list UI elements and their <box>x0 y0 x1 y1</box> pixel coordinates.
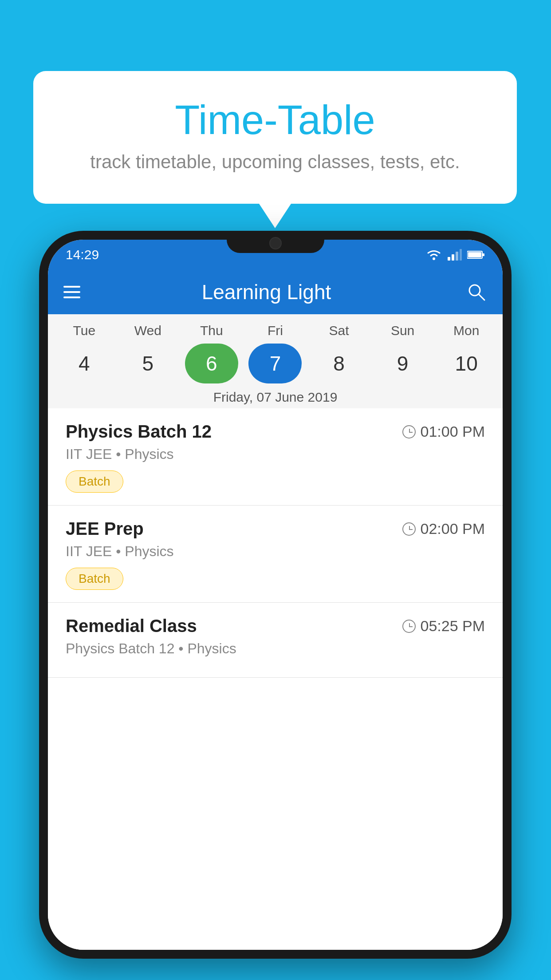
svg-point-0 <box>433 257 435 260</box>
schedule-list: Physics Batch 12 01:00 PM IIT JEE • Phys… <box>48 408 503 950</box>
day-label-fri: Fri <box>248 323 302 338</box>
schedule-item-1-time-text: 01:00 PM <box>420 423 485 440</box>
batch-badge-1: Batch <box>66 470 123 493</box>
schedule-item-3[interactable]: Remedial Class 05:25 PM Physics Batch 12… <box>48 603 503 678</box>
day-numbers: 4 5 6 7 8 9 10 <box>48 344 503 383</box>
day-label-tue: Tue <box>58 323 111 338</box>
front-camera <box>269 237 282 249</box>
app-title: Learning Light <box>80 280 453 304</box>
day-label-wed: Wed <box>121 323 174 338</box>
day-10[interactable]: 10 <box>440 344 493 383</box>
day-label-sun: Sun <box>376 323 429 338</box>
day-7-selected[interactable]: 7 <box>248 344 302 383</box>
schedule-item-3-subtitle: Physics Batch 12 • Physics <box>66 640 485 657</box>
schedule-item-3-title: Remedial Class <box>66 616 197 636</box>
wifi-icon <box>425 249 442 261</box>
schedule-item-1-title: Physics Batch 12 <box>66 422 212 442</box>
schedule-item-2[interactable]: JEE Prep 02:00 PM IIT JEE • Physics Batc… <box>48 506 503 603</box>
phone-screen: 14:29 <box>48 240 503 950</box>
schedule-item-1-subtitle: IIT JEE • Physics <box>66 446 485 462</box>
day-4[interactable]: 4 <box>58 344 111 383</box>
hamburger-line-2 <box>63 291 80 293</box>
menu-button[interactable] <box>63 286 80 298</box>
batch-badge-2: Batch <box>66 568 123 590</box>
day-labels: Tue Wed Thu Fri Sat Sun Mon <box>48 323 503 338</box>
status-time: 14:29 <box>66 247 99 262</box>
svg-rect-1 <box>448 257 450 261</box>
schedule-item-2-title: JEE Prep <box>66 519 144 539</box>
schedule-item-1-header: Physics Batch 12 01:00 PM <box>66 422 485 442</box>
schedule-item-2-header: JEE Prep 02:00 PM <box>66 519 485 539</box>
calendar-strip: Tue Wed Thu Fri Sat Sun Mon 4 5 6 7 8 9 … <box>48 314 503 416</box>
speech-bubble: Time-Table track timetable, upcoming cla… <box>33 71 517 204</box>
clock-icon-3 <box>402 620 416 633</box>
day-label-sat: Sat <box>312 323 366 338</box>
day-9[interactable]: 9 <box>376 344 429 383</box>
svg-rect-6 <box>482 253 484 256</box>
app-bar: Learning Light <box>48 270 503 314</box>
day-label-mon: Mon <box>440 323 493 338</box>
hamburger-line-1 <box>63 286 80 288</box>
schedule-item-2-time-text: 02:00 PM <box>420 520 485 537</box>
day-5[interactable]: 5 <box>121 344 174 383</box>
day-6-today[interactable]: 6 <box>185 344 238 383</box>
schedule-item-3-header: Remedial Class 05:25 PM <box>66 616 485 636</box>
signal-icon <box>448 249 462 261</box>
svg-rect-3 <box>456 252 458 261</box>
schedule-item-2-time: 02:00 PM <box>402 520 485 537</box>
bubble-title: Time-Table <box>51 98 499 142</box>
svg-line-9 <box>479 294 484 300</box>
schedule-item-3-time-text: 05:25 PM <box>420 617 485 635</box>
hamburger-line-3 <box>63 296 80 298</box>
clock-icon-2 <box>402 522 416 536</box>
status-icons <box>425 249 485 261</box>
search-button[interactable] <box>466 281 487 303</box>
battery-icon <box>467 250 485 260</box>
search-icon <box>466 281 487 303</box>
clock-icon-1 <box>402 425 416 439</box>
phone-mockup: 14:29 <box>39 231 512 959</box>
svg-rect-2 <box>452 254 454 261</box>
schedule-item-3-time: 05:25 PM <box>402 617 485 635</box>
schedule-item-2-subtitle: IIT JEE • Physics <box>66 543 485 560</box>
phone-notch <box>227 231 324 253</box>
svg-rect-4 <box>460 249 462 261</box>
svg-rect-7 <box>468 252 481 257</box>
schedule-item-1[interactable]: Physics Batch 12 01:00 PM IIT JEE • Phys… <box>48 408 503 506</box>
schedule-item-1-time: 01:00 PM <box>402 423 485 440</box>
phone-frame: 14:29 <box>39 231 512 959</box>
bubble-subtitle: track timetable, upcoming classes, tests… <box>51 151 499 173</box>
day-8[interactable]: 8 <box>312 344 366 383</box>
day-label-thu: Thu <box>185 323 238 338</box>
